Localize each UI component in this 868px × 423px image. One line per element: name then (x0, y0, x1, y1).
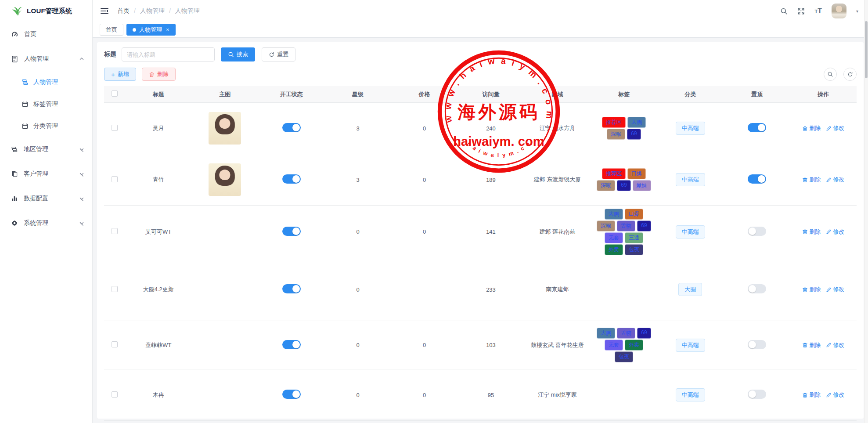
row-edit-link[interactable]: 修改 (826, 228, 844, 236)
row-delete-link[interactable]: 删除 (802, 286, 821, 293)
cell-tags: 推荐区口爆深喉69嫩妹 (597, 168, 651, 192)
category-tag: 大圈 (678, 283, 702, 296)
status-toggle[interactable] (282, 284, 301, 293)
sidebar-item-label: 客户管理 (24, 170, 48, 178)
title-filter-input[interactable] (122, 47, 215, 61)
row-delete-link[interactable]: 删除 (802, 391, 821, 399)
row-checkbox[interactable] (112, 228, 118, 234)
table-row: 木冉0095江宁 mix悦享家中高端删除修改 (104, 369, 857, 421)
fullscreen-icon[interactable] (797, 7, 805, 15)
cell-star: 3 (356, 125, 359, 132)
close-tab-icon[interactable]: × (166, 26, 169, 33)
cell-visits: 141 (486, 228, 496, 235)
main-photo[interactable] (209, 112, 241, 145)
breadcrumb-item[interactable]: 首页 (117, 7, 130, 15)
data-table: 标题主图开工状态星级价格访问量区域标签分类置顶操作 灵月30240江宁 山水方舟… (104, 86, 857, 421)
tag: 69 (637, 328, 651, 339)
row-edit-link[interactable]: 修改 (826, 341, 844, 349)
plus-icon: + (111, 71, 115, 78)
row-checkbox[interactable] (112, 391, 118, 398)
sidebar-item-系统管理[interactable]: 系统管理 (0, 211, 92, 235)
user-menu-caret-icon[interactable]: ▾ (856, 9, 858, 14)
row-delete-link[interactable]: 删除 (802, 341, 821, 349)
sidebar-item-首页[interactable]: 首页 (0, 22, 92, 47)
row-edit-link[interactable]: 修改 (826, 391, 844, 399)
cell-title: 艾可可WT (145, 228, 171, 236)
sidebar-subitem-人物管理[interactable]: 人物管理 (0, 71, 92, 93)
user-avatar[interactable] (832, 4, 846, 18)
row-edit-link[interactable]: 修改 (826, 286, 844, 293)
cell-actions: 删除修改 (802, 286, 844, 293)
cell-star: 0 (356, 342, 359, 348)
row-delete-label: 删除 (809, 341, 821, 349)
tab-people-manage[interactable]: 人物管理 × (126, 24, 176, 36)
select-all-checkbox[interactable] (112, 90, 118, 97)
sidebar-item-地区管理[interactable]: 地区管理 (0, 137, 92, 162)
cell-title: 童菲菲WT (145, 341, 171, 349)
table-search-button[interactable] (824, 68, 837, 81)
row-checkbox[interactable] (112, 176, 118, 182)
sidebar-item-人物管理[interactable]: 人物管理 (0, 47, 92, 71)
top-toggle[interactable] (748, 227, 766, 236)
row-delete-link[interactable]: 删除 (802, 228, 821, 236)
reset-button[interactable]: 重置 (262, 47, 295, 61)
status-toggle[interactable] (282, 123, 301, 132)
sidebar-subitem-标签管理[interactable]: 标签管理 (0, 93, 92, 115)
top-toggle[interactable] (748, 123, 766, 132)
status-toggle[interactable] (282, 340, 301, 349)
sidebar-item-数据配置[interactable]: 数据配置 (0, 186, 92, 211)
row-checkbox[interactable] (112, 125, 118, 131)
row-edit-link[interactable]: 修改 (826, 176, 844, 184)
tab-home[interactable]: 首页 (100, 24, 123, 36)
breadcrumb-item[interactable]: 人物管理 (140, 7, 165, 15)
search-button[interactable]: 搜索 (221, 47, 255, 61)
search-icon[interactable] (780, 7, 788, 15)
cell-actions: 删除修改 (802, 228, 844, 236)
layers-icon (22, 79, 29, 86)
sidebar-item-客户管理[interactable]: 客户管理 (0, 162, 92, 186)
row-checkbox[interactable] (112, 341, 118, 347)
page-scrollbar[interactable] (864, 0, 868, 423)
table-row: 童菲菲WT00103鼓楼玄武 喜年花生唐大胸舌吻69无套外卖包夜中高端删除修改 (104, 321, 857, 369)
add-button[interactable]: + 新增 (104, 68, 136, 81)
top-toggle[interactable] (748, 284, 766, 293)
top-toggle[interactable] (748, 390, 766, 399)
row-delete-link[interactable]: 删除 (802, 124, 821, 132)
chevron-down-icon (79, 196, 84, 201)
table-refresh-button[interactable] (843, 68, 857, 81)
status-toggle[interactable] (282, 174, 301, 184)
status-toggle[interactable] (282, 227, 301, 236)
app-title: LOUF管理系统 (27, 7, 72, 15)
column-header: 访问量 (482, 90, 499, 98)
top-toggle[interactable] (748, 174, 766, 184)
tag: 三通 (625, 232, 643, 243)
menu-fold-icon[interactable] (101, 7, 108, 14)
font-size-icon[interactable]: TT (814, 7, 822, 14)
cell-title: 木冉 (153, 391, 164, 399)
delete-button[interactable]: 删除 (142, 68, 176, 81)
breadcrumb-item[interactable]: 人物管理 (175, 7, 200, 15)
tab-people-label: 人物管理 (139, 26, 162, 34)
gear-icon (11, 220, 18, 227)
tag: 外卖 (605, 244, 623, 255)
row-checkbox[interactable] (112, 286, 118, 292)
row-delete-link[interactable]: 删除 (802, 176, 821, 184)
category-tag: 中高端 (676, 388, 705, 401)
cell-star: 0 (356, 392, 359, 398)
cell-star: 0 (356, 228, 359, 235)
top-toggle[interactable] (748, 340, 766, 349)
sidebar-subitem-分类管理[interactable]: 分类管理 (0, 115, 92, 137)
scrollbar-thumb[interactable] (865, 21, 868, 78)
tag: 无套 (605, 232, 623, 243)
delete-button-label: 删除 (157, 70, 169, 78)
row-edit-label: 修改 (833, 391, 844, 399)
row-edit-link[interactable]: 修改 (826, 124, 844, 132)
sidebar-subitem-label: 人物管理 (33, 78, 58, 86)
copy-icon (11, 170, 18, 177)
main-photo[interactable] (209, 163, 241, 196)
status-toggle[interactable] (282, 390, 301, 399)
filter-row: 标题 搜索 重置 (104, 47, 857, 61)
row-delete-label: 删除 (809, 228, 821, 236)
row-edit-label: 修改 (833, 176, 844, 184)
toolbar-row: + 新增 删除 (104, 68, 857, 81)
